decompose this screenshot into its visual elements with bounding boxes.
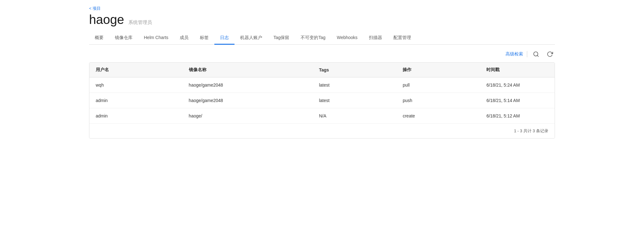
cell-username: admin <box>89 93 183 108</box>
cell-operation: pull <box>396 77 480 93</box>
col-header-username: 用户名 <box>89 63 183 77</box>
cell-operation: create <box>396 108 480 124</box>
table-row: adminhaoge/N/Acreate6/18/21, 5:12 AM <box>89 108 555 124</box>
refresh-icon <box>547 51 553 57</box>
cell-image: haoge/game2048 <box>183 77 313 93</box>
cell-username: admin <box>89 108 183 124</box>
nav-tab-registry[interactable]: 镜像仓库 <box>109 32 138 45</box>
cell-timestamp: 6/18/21, 5:12 AM <box>480 108 555 124</box>
project-name: haoge <box>89 13 124 27</box>
table-row: wqhhaoge/game2048latestpull6/18/21, 5:24… <box>89 77 555 93</box>
nav-tab-immutable-tags[interactable]: 不可变的Tag <box>295 32 331 45</box>
back-link[interactable]: < 项目 <box>89 0 101 11</box>
cell-image: haoge/ <box>183 108 313 124</box>
cell-timestamp: 6/18/21, 5:14 AM <box>480 93 555 108</box>
cell-tags: latest <box>313 77 396 93</box>
col-header-tags: Tags <box>313 63 396 77</box>
logs-table-container: 用户名 镜像名称 Tags 操作 时间戳 wqhhaoge/game2048la… <box>89 62 555 139</box>
table-header: 用户名 镜像名称 Tags 操作 时间戳 <box>89 63 555 77</box>
nav-tab-scanner[interactable]: 扫描器 <box>363 32 388 45</box>
nav-tab-config[interactable]: 配置管理 <box>388 32 417 45</box>
refresh-button[interactable] <box>545 50 555 58</box>
cell-tags: latest <box>313 93 396 108</box>
cell-tags: N/A <box>313 108 396 124</box>
page-header: haoge 系统管理员 <box>89 13 555 27</box>
nav-tab-logs[interactable]: 日志 <box>214 32 234 45</box>
nav-tab-overview[interactable]: 概要 <box>89 32 109 45</box>
nav-tab-robot-accounts[interactable]: 机器人账户 <box>234 32 268 45</box>
pagination-info: 1 - 3 共计 3 条记录 <box>514 128 548 134</box>
search-button[interactable] <box>531 50 541 58</box>
cell-image: haoge/game2048 <box>183 93 313 108</box>
nav-tab-members[interactable]: 成员 <box>174 32 194 45</box>
svg-line-1 <box>537 55 539 57</box>
nav-tabs: 概要镜像仓库Helm Charts成员标签日志机器人账户Tag保留不可变的Tag… <box>89 32 555 45</box>
col-header-operation: 操作 <box>396 63 480 77</box>
cell-timestamp: 6/18/21, 5:24 AM <box>480 77 555 93</box>
table-footer: 1 - 3 共计 3 条记录 <box>89 123 555 138</box>
logs-table: 用户名 镜像名称 Tags 操作 时间戳 wqhhaoge/game2048la… <box>89 63 555 123</box>
advanced-search-link[interactable]: 高级检索 <box>506 51 523 57</box>
nav-tab-tag-retention[interactable]: Tag保留 <box>268 32 295 45</box>
nav-tab-helm-charts[interactable]: Helm Charts <box>138 32 174 45</box>
table-row: adminhaoge/game2048latestpush6/18/21, 5:… <box>89 93 555 108</box>
project-role: 系统管理员 <box>128 20 152 26</box>
col-header-image: 镜像名称 <box>183 63 313 77</box>
nav-tab-labels[interactable]: 标签 <box>194 32 214 45</box>
nav-tab-webhooks[interactable]: Webhooks <box>331 32 363 45</box>
search-icon <box>533 51 539 57</box>
col-header-timestamp: 时间戳 <box>480 63 555 77</box>
cell-username: wqh <box>89 77 183 93</box>
toolbar-divider <box>527 51 527 57</box>
cell-operation: push <box>396 93 480 108</box>
toolbar: 高级检索 <box>89 45 555 62</box>
table-body: wqhhaoge/game2048latestpull6/18/21, 5:24… <box>89 77 555 124</box>
